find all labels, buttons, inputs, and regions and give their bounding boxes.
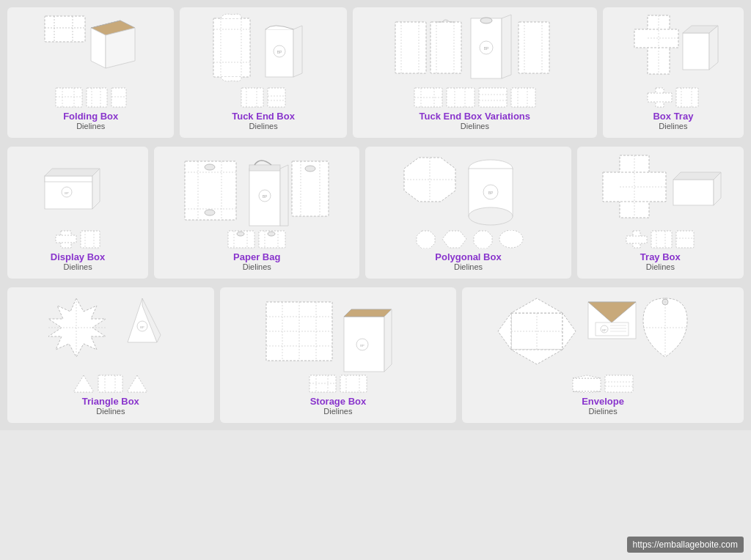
trb-dieline-3 xyxy=(126,375,148,393)
box-tray-subtitle: Dielines xyxy=(659,122,687,130)
tuck-end-box-svg: BP xyxy=(212,15,315,84)
svg-rect-79 xyxy=(81,231,100,248)
svg-marker-91 xyxy=(280,165,288,226)
bt-dieline-2 xyxy=(675,87,699,108)
card-paper-bag[interactable]: BP xyxy=(154,147,359,279)
card-box-tray[interactable]: Box Tray Dielines xyxy=(603,7,744,138)
box-tray-svg xyxy=(633,15,714,84)
tuck-end-box-preview: BP xyxy=(186,15,340,108)
trb-dieline-2 xyxy=(98,375,123,393)
tray-box-title: Tray Box xyxy=(640,251,681,262)
envelope-title: Envelope xyxy=(582,396,624,407)
folding-box-preview xyxy=(13,15,168,108)
folding-box-svg xyxy=(43,15,139,84)
svg-rect-43 xyxy=(519,22,549,73)
sb-dieline-2 xyxy=(340,375,367,393)
triangle-box-svg: BP xyxy=(52,295,169,372)
tray-box-dielines xyxy=(583,230,738,248)
card-polygonal-box[interactable]: BP Polygo xyxy=(365,147,571,279)
svg-marker-115 xyxy=(442,231,466,248)
triangle-box-dielines xyxy=(13,375,208,393)
storage-box-subtitle: Dielines xyxy=(323,407,352,416)
tb-dieline-3 xyxy=(675,230,695,248)
polygonal-box-title: Polygonal Box xyxy=(435,251,501,262)
card-folding-box[interactable]: Folding Box Dielines xyxy=(7,7,174,138)
display-box-title: Display Box xyxy=(51,251,105,262)
storage-box-preview: BP xyxy=(226,295,451,393)
card-tuck-end-box-variations[interactable]: BP xyxy=(353,7,597,138)
storage-box-svg: BP xyxy=(265,295,411,372)
svg-rect-26 xyxy=(241,88,263,107)
svg-marker-183 xyxy=(573,391,601,393)
svg-point-111 xyxy=(469,207,513,225)
svg-marker-166 xyxy=(498,313,511,350)
card-storage-box[interactable]: BP Storage Box xyxy=(220,287,457,423)
folding-box-dieline-3 xyxy=(111,87,127,108)
card-tuck-end-box[interactable]: BP xyxy=(180,7,346,138)
svg-marker-5 xyxy=(91,28,106,68)
envelope-svg: BP xyxy=(508,295,698,372)
tray-box-svg xyxy=(601,154,719,227)
envelope-subtitle: Dielines xyxy=(589,407,618,416)
tuck-end-box-subtitle: Dielines xyxy=(249,122,278,130)
card-display-box[interactable]: BP Display Box Dielines xyxy=(7,147,148,279)
page-wrapper: Folding Box Dielines xyxy=(0,0,751,430)
tuck-variations-svg: BP xyxy=(394,15,555,84)
svg-point-103 xyxy=(268,232,275,236)
tray-box-subtitle: Dielines xyxy=(646,262,675,271)
pgb-dieline-2 xyxy=(442,230,467,248)
tuck-end-box-dielines xyxy=(186,87,340,108)
row-1: Folding Box Dielines xyxy=(7,7,744,138)
pgb-dieline-3 xyxy=(470,230,496,248)
env-dieline-1 xyxy=(572,375,601,393)
svg-rect-32 xyxy=(395,22,426,73)
triangle-box-title: Triangle Box xyxy=(82,396,139,407)
bt-dieline-1 xyxy=(647,87,673,108)
svg-rect-126 xyxy=(626,236,647,243)
row-2: BP Display Box Dielines xyxy=(7,147,744,279)
svg-point-39 xyxy=(480,18,492,23)
envelope-dielines xyxy=(468,375,738,393)
svg-marker-74 xyxy=(92,169,100,209)
tv-dieline-1 xyxy=(414,87,443,108)
db-dieline-1 xyxy=(55,230,77,248)
svg-text:BP: BP xyxy=(140,325,144,329)
svg-marker-182 xyxy=(573,375,601,378)
svg-rect-60 xyxy=(634,29,678,48)
svg-point-117 xyxy=(499,230,523,248)
envelope-preview: BP xyxy=(468,295,738,393)
box-tray-title: Box Tray xyxy=(653,111,693,122)
folding-box-dieline-2 xyxy=(86,87,108,108)
svg-marker-42 xyxy=(502,15,511,78)
svg-rect-127 xyxy=(651,231,672,248)
tb-dieline-2 xyxy=(651,230,673,248)
tuck-end-variations-preview: BP xyxy=(359,15,591,108)
svg-text:BP: BP xyxy=(484,46,489,51)
pgb-dieline-1 xyxy=(413,230,439,248)
tuck-end-variations-title: Tuck End Box Variations xyxy=(420,111,530,122)
trb-dieline-1 xyxy=(73,375,95,393)
svg-marker-152 xyxy=(344,309,392,317)
svg-rect-78 xyxy=(56,235,76,243)
paper-bag-dielines xyxy=(160,230,353,248)
polygonal-box-preview: BP xyxy=(371,154,565,248)
svg-marker-167 xyxy=(563,313,576,350)
folding-box-title: Folding Box xyxy=(63,111,118,122)
triangle-box-preview: BP xyxy=(13,295,208,393)
teb-dieline-2 xyxy=(267,87,286,108)
url-overlay: https://emballageboite.com xyxy=(627,537,744,553)
svg-point-88 xyxy=(205,210,215,215)
card-tray-box[interactable]: Tray Box Dielines xyxy=(577,147,744,279)
svg-text:BP: BP xyxy=(488,191,493,195)
tuck-variations-dielines xyxy=(359,87,591,108)
svg-marker-114 xyxy=(417,231,435,248)
polygonal-box-subtitle: Dielines xyxy=(454,262,483,271)
display-box-dielines xyxy=(13,230,142,248)
card-triangle-box[interactable]: BP Triangle Box xyxy=(7,287,214,423)
svg-rect-160 xyxy=(340,375,367,392)
polygonal-box-svg: BP xyxy=(395,154,542,227)
card-envelope[interactable]: BP xyxy=(462,287,744,423)
svg-marker-165 xyxy=(511,350,563,364)
svg-rect-68 xyxy=(676,88,698,107)
box-tray-dielines xyxy=(609,87,738,108)
